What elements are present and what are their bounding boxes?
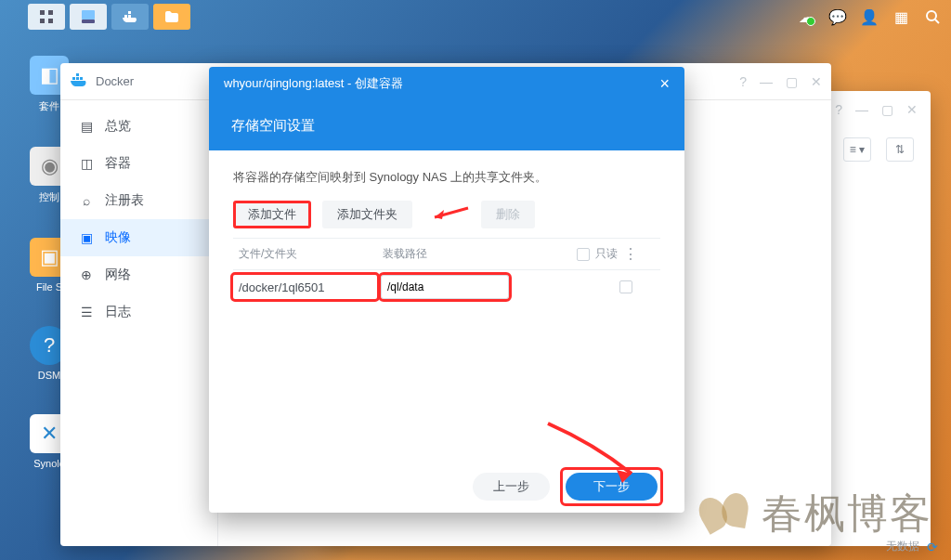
add-file-label: 添加文件	[248, 206, 296, 223]
annotation-arrow-small	[423, 204, 470, 225]
create-container-modal: whyour/qinglong:latest - 创建容器 × 存储空间设置 将…	[209, 67, 684, 513]
docker-sidebar: ▤总览 ◫容器 ⌕注册表 ▣映像 ⊕网络 ☰日志	[60, 100, 218, 546]
readonly-checkbox[interactable]	[619, 280, 632, 293]
svg-rect-7	[128, 15, 131, 18]
desktop: ☁ 💬 👤 ▦ ◧套件 ◉控制 ▣File S ?DSM ✕Synolo ? —…	[0, 0, 951, 560]
prev-button[interactable]: 上一步	[473, 473, 550, 501]
docker-close-icon[interactable]: ✕	[811, 74, 822, 89]
watermark: 春枫博客	[697, 486, 932, 541]
delete-label: 删除	[496, 206, 520, 223]
readonly-checkbox-header[interactable]	[577, 248, 590, 261]
sidebar-item-image[interactable]: ▣映像	[60, 219, 217, 256]
cloud-health-icon[interactable]: ☁	[795, 6, 817, 28]
refresh-icon[interactable]: ⟳	[927, 540, 938, 554]
docker-minimize-icon[interactable]: —	[760, 74, 773, 89]
win2-view-list-button[interactable]: ≡ ▾	[843, 137, 871, 162]
status-text: 无数据	[886, 539, 919, 554]
win2-close-icon[interactable]: ✕	[906, 102, 918, 117]
modal-subtitle-bar: 存储空间设置	[209, 100, 684, 150]
svg-rect-3	[48, 19, 53, 23]
registry-icon: ⌕	[79, 193, 94, 208]
watermark-text: 春枫博客	[762, 487, 932, 541]
svg-line-10	[935, 20, 939, 23]
modal-title: whyour/qinglong:latest - 创建容器	[224, 75, 403, 92]
chat-icon[interactable]: 💬	[827, 6, 849, 28]
modal-titlebar[interactable]: whyour/qinglong:latest - 创建容器 ×	[209, 67, 684, 100]
docker-maximize-icon[interactable]: ▢	[786, 74, 798, 89]
taskbar-right: ☁ 💬 👤 ▦	[795, 6, 944, 28]
taskbar-grid-icon[interactable]	[28, 4, 65, 30]
folder-cell[interactable]: /docker/1ql6501	[233, 275, 377, 299]
overview-icon: ▤	[79, 119, 94, 134]
win2-help-icon[interactable]: ?	[835, 102, 842, 117]
image-icon: ▣	[79, 230, 94, 245]
table-row: /docker/1ql6501	[233, 270, 660, 304]
close-icon[interactable]: ×	[659, 74, 670, 94]
next-button-highlight: 下一步	[563, 470, 660, 503]
col-mount: 装载路径	[377, 246, 516, 262]
volume-table: 文件/文件夹 装载路径 只读 ⋮ /docker/1ql6501	[233, 238, 660, 304]
desktop-control-label: 控制	[39, 191, 59, 202]
desktop-file-label: File S	[36, 281, 62, 293]
svg-rect-12	[76, 77, 79, 80]
sidebar-label: 容器	[105, 155, 131, 172]
desktop-package-label: 套件	[39, 100, 59, 111]
desktop-dsm-label: DSM	[38, 370, 60, 381]
win2-maximize-icon[interactable]: ▢	[881, 102, 893, 117]
svg-rect-6	[124, 15, 127, 18]
taskbar-docker-icon[interactable]	[111, 4, 149, 30]
sidebar-item-network[interactable]: ⊕网络	[60, 256, 217, 293]
taskbar-left	[28, 4, 190, 30]
network-icon: ⊕	[79, 267, 94, 282]
add-file-button[interactable]: 添加文件	[233, 201, 311, 228]
svg-rect-5	[82, 20, 95, 23]
sidebar-item-log[interactable]: ☰日志	[60, 293, 217, 331]
modal-description: 将容器的存储空间映射到 Synology NAS 上的共享文件夹。	[233, 169, 660, 186]
sidebar-item-registry[interactable]: ⌕注册表	[60, 182, 217, 219]
container-icon: ◫	[79, 156, 94, 171]
prev-label: 上一步	[493, 478, 529, 495]
sidebar-label: 网络	[105, 267, 131, 283]
svg-rect-14	[80, 77, 83, 80]
svg-rect-4	[82, 10, 95, 20]
modal-footer: 上一步 下一步	[209, 461, 684, 513]
sidebar-item-container[interactable]: ◫容器	[60, 145, 217, 182]
delete-button[interactable]: 删除	[481, 201, 535, 228]
win2-minimize-icon[interactable]: —	[855, 102, 868, 117]
mount-path-input[interactable]	[381, 275, 509, 299]
svg-rect-8	[128, 11, 131, 14]
next-button[interactable]: 下一步	[566, 473, 658, 501]
leaf-icon	[692, 481, 757, 546]
taskbar-file-icon[interactable]	[153, 4, 190, 30]
svg-rect-11	[72, 77, 75, 80]
col-readonly: 只读	[595, 246, 618, 262]
sidebar-item-overview[interactable]: ▤总览	[60, 108, 217, 145]
docker-help-icon[interactable]: ?	[739, 74, 747, 89]
search-icon[interactable]	[921, 6, 944, 28]
docker-logo-icon	[70, 72, 88, 91]
sidebar-label: 总览	[105, 118, 131, 135]
svg-rect-0	[40, 10, 45, 15]
user-icon[interactable]: 👤	[858, 6, 880, 28]
svg-point-9	[927, 11, 936, 20]
sidebar-label: 注册表	[105, 192, 144, 209]
svg-rect-1	[48, 10, 53, 15]
col-folder: 文件/文件夹	[233, 246, 377, 262]
next-label: 下一步	[593, 478, 630, 495]
svg-rect-2	[40, 19, 45, 23]
modal-subtitle: 存储空间设置	[231, 117, 315, 135]
status-bar: 无数据 ⟳	[886, 539, 938, 554]
win2-sort-button[interactable]: ⇅	[886, 137, 914, 162]
add-folder-label: 添加文件夹	[337, 206, 397, 223]
svg-rect-13	[76, 73, 79, 76]
add-folder-button[interactable]: 添加文件夹	[322, 201, 412, 228]
sidebar-label: 日志	[105, 304, 131, 320]
log-icon: ☰	[79, 305, 94, 319]
dashboard-icon[interactable]: ▦	[890, 6, 912, 28]
docker-title: Docker	[96, 74, 134, 88]
sidebar-label: 映像	[105, 229, 131, 246]
taskbar-package-icon[interactable]	[70, 4, 107, 30]
folder-value: /docker/1ql6501	[239, 280, 325, 294]
table-menu-icon[interactable]: ⋮	[623, 245, 640, 263]
